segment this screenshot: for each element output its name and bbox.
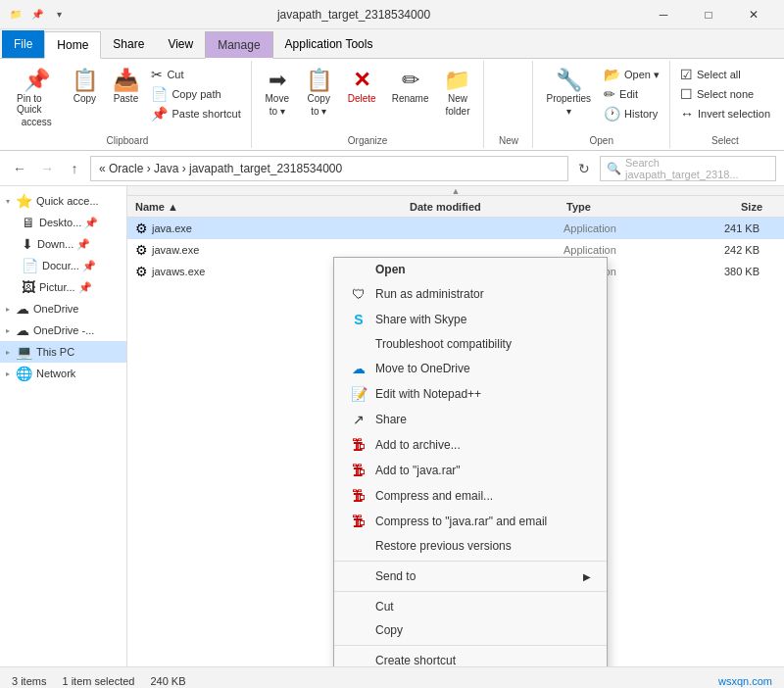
tab-home[interactable]: Home (44, 31, 101, 59)
new-label: New (490, 132, 526, 148)
invert-icon: ↔ (680, 106, 694, 122)
ctx-add-archive[interactable]: 🗜 Add to archive... (334, 432, 607, 458)
ctx-add-java-rar[interactable]: 🗜 Add to "java.rar" (334, 458, 607, 483)
onedrive-icon: ☁ (16, 301, 29, 317)
network-icon: 🌐 (16, 366, 32, 381)
ctx-skype-icon: S (350, 312, 368, 327)
ctx-compress-icon: 🗜 (350, 488, 368, 504)
thispc-icon: 💻 (16, 344, 32, 360)
invert-selection-button[interactable]: ↔ Invert selection (676, 104, 774, 123)
sidebar-label-downloads: Down... 📌 (37, 238, 90, 251)
sidebar-item-pictures[interactable]: 🖼 Pictur... 📌 (0, 276, 126, 298)
sidebar-label-quickaccess: Quick acce... (36, 195, 99, 207)
pin-icon: 📌 (24, 70, 50, 91)
wsxqn-link: wsxqn.com (718, 675, 772, 687)
sidebar-item-thispc[interactable]: ▸ 💻 This PC (0, 341, 126, 363)
select-none-button[interactable]: ☐ Select none (676, 84, 774, 104)
copy-button[interactable]: 📋 Copy (65, 65, 104, 109)
tab-view[interactable]: View (156, 30, 205, 58)
delete-button[interactable]: ✕ Delete (341, 65, 383, 109)
copy-icon: 📋 (72, 70, 98, 91)
sidebar-item-downloads[interactable]: ⬇ Down... 📌 (0, 233, 126, 255)
ctx-create-shortcut[interactable]: Create shortcut (334, 649, 607, 666)
sidebar-item-onedrive2[interactable]: ▸ ☁ OneDrive -... (0, 319, 126, 341)
ctx-share-skype[interactable]: S Share with Skype (334, 307, 607, 332)
status-bar: 3 items 1 item selected 240 KB wsxqn.com (0, 666, 784, 688)
copy-path-button[interactable]: 📄 Copy path (147, 84, 244, 104)
sidebar-item-network[interactable]: ▸ 🌐 Network (0, 363, 126, 384)
column-name[interactable]: Name ▲ (135, 201, 410, 213)
search-box[interactable]: 🔍 Search javapath_target_2318... (600, 156, 776, 181)
history-button[interactable]: 🕐 History (600, 104, 663, 123)
edit-button[interactable]: ✏ Edit (600, 84, 663, 104)
ctx-restore[interactable]: Restore previous versions (334, 534, 607, 558)
pin-quick-access-button[interactable]: 📌 Pin to Quick access (10, 65, 63, 132)
new-folder-button[interactable]: 📁 New folder (437, 65, 477, 122)
file-list-wrapper: ⚙ java.exe Application 241 KB ⚙ javaw.ex… (127, 218, 784, 282)
quick-access-icon: 📌 (29, 7, 45, 23)
paste-shortcut-button[interactable]: 📌 Paste shortcut (147, 104, 244, 123)
pictures-icon: 🖼 (22, 279, 35, 295)
sidebar: ▾ ⭐ Quick acce... 🖥 Deskto... 📌 ⬇ Down..… (0, 186, 127, 666)
copy-to-button[interactable]: 📋 Copy to ▾ (299, 65, 339, 122)
context-menu: Open 🛡 Run as administrator S Share with… (333, 257, 608, 666)
column-date[interactable]: Date modified (410, 201, 566, 213)
rename-button[interactable]: ✏ Rename (385, 65, 436, 109)
cut-button[interactable]: ✂ Cut (147, 65, 244, 84)
rename-icon: ✏ (402, 70, 419, 91)
select-all-button[interactable]: ☑ Select all (676, 65, 774, 84)
tab-share[interactable]: Share (101, 30, 156, 58)
sidebar-label-thispc: This PC (36, 346, 74, 358)
tab-file[interactable]: File (2, 30, 44, 58)
column-type[interactable]: Type (566, 201, 684, 213)
ctx-move-onedrive[interactable]: ☁ Move to OneDrive (334, 356, 607, 381)
ctx-copy[interactable]: Copy (334, 618, 607, 642)
clipboard-small-buttons: ✂ Cut 📄 Copy path 📌 Paste shortcut (147, 65, 244, 123)
sidebar-item-onedrive[interactable]: ▸ ☁ OneDrive (0, 298, 126, 319)
ctx-edit-notepad[interactable]: 📝 Edit with Notepad++ (334, 381, 607, 407)
open-button[interactable]: 📂 Open ▾ (600, 65, 663, 84)
ribbon-group-clipboard: 📌 Pin to Quick access 📋 Copy 📥 Paste ✂ C… (4, 61, 252, 148)
select-none-icon: ☐ (680, 86, 693, 102)
ctx-compress-java-email[interactable]: 🗜 Compress to "java.rar" and email (334, 509, 607, 534)
refresh-button[interactable]: ↻ (572, 157, 596, 180)
up-button[interactable]: ↑ (63, 157, 86, 180)
sidebar-item-documents[interactable]: 📄 Docur... 📌 (0, 255, 126, 276)
ctx-run-as-admin[interactable]: 🛡 Run as administrator (334, 281, 607, 307)
close-button[interactable]: ✕ (731, 0, 776, 29)
organize-buttons: ➡ Move to ▾ 📋 Copy to ▾ ✕ Delete ✏ Renam… (258, 61, 478, 132)
ctx-compress-email[interactable]: 🗜 Compress and email... (334, 483, 607, 509)
address-path[interactable]: « Oracle › Java › javapath_target_231853… (90, 156, 568, 181)
move-to-button[interactable]: ➡ Move to ▾ (258, 65, 297, 122)
ctx-cut[interactable]: Cut (334, 595, 607, 618)
copy-path-icon: 📄 (151, 86, 168, 102)
open-buttons: 🔧 Properties ▾ 📂 Open ▾ ✏ Edit 🕐 History (539, 61, 663, 132)
ribbon-group-organize: ➡ Move to ▾ 📋 Copy to ▾ ✕ Delete ✏ Renam… (252, 61, 485, 148)
javaw-exe-type: Application (564, 244, 681, 256)
ctx-share[interactable]: ↗ Share (334, 407, 607, 432)
maximize-button[interactable]: □ (686, 0, 731, 29)
tab-application-tools[interactable]: Application Tools (273, 30, 385, 58)
status-size: 240 KB (150, 675, 185, 687)
ctx-share-icon: ↗ (350, 412, 368, 427)
ctx-open[interactable]: Open (334, 258, 607, 281)
move-icon: ➡ (269, 70, 286, 91)
ctx-send-to[interactable]: Send to ▶ (334, 565, 607, 588)
ctx-sendto-arrow: ▶ (583, 571, 591, 582)
forward-button[interactable]: → (35, 157, 59, 180)
documents-icon: 📄 (22, 258, 38, 273)
sidebar-item-quickaccess[interactable]: ▾ ⭐ Quick acce... (0, 190, 126, 212)
tab-manage[interactable]: Manage (205, 31, 272, 59)
ctx-troubleshoot[interactable]: Troubleshoot compatibility (334, 332, 607, 356)
file-row-java[interactable]: ⚙ java.exe Application 241 KB (127, 218, 784, 239)
back-button[interactable]: ← (8, 157, 31, 180)
select-buttons: ☑ Select all ☐ Select none ↔ Invert sele… (676, 61, 774, 132)
paste-button[interactable]: 📥 Paste (106, 65, 145, 109)
title-bar: 📁 📌 ▾ javapath_target_2318534000 ─ □ ✕ (0, 0, 784, 29)
minimize-button[interactable]: ─ (641, 0, 686, 29)
properties-icon: 🔧 (556, 70, 582, 91)
properties-button[interactable]: 🔧 Properties ▾ (539, 65, 598, 122)
column-size[interactable]: Size (684, 201, 762, 213)
sidebar-item-desktop[interactable]: 🖥 Deskto... 📌 (0, 212, 126, 233)
ribbon-group-new: New (484, 61, 533, 148)
